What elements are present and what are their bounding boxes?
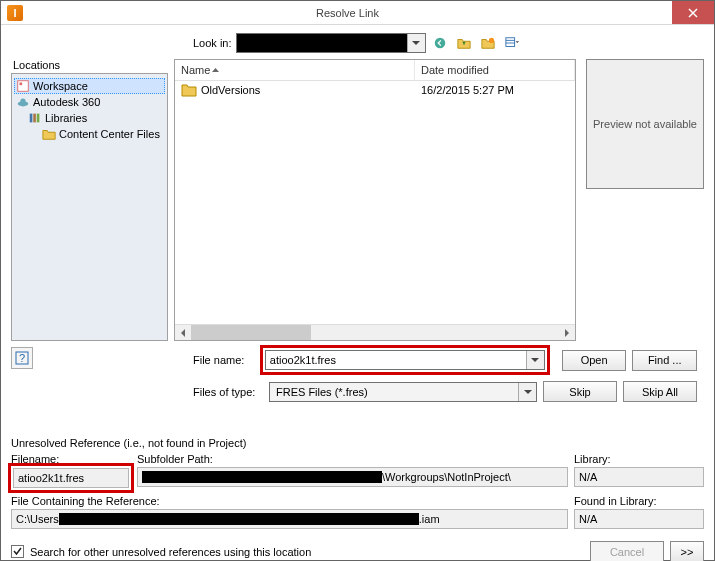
tree-item-contentcenter[interactable]: Content Center Files [14, 126, 165, 142]
svg-rect-9 [30, 114, 33, 123]
ref-subfolder-value: \Workgroups\NotInProject\ [137, 467, 568, 487]
lookin-label: Look in: [193, 37, 232, 49]
resolve-link-dialog: I Resolve Link Look in: [0, 0, 715, 561]
file-name: OldVersions [201, 84, 260, 96]
filename-input[interactable] [265, 350, 545, 370]
locations-sidebar: Locations Workspace Autodesk 360 Librari… [11, 59, 168, 341]
redacted-text [142, 471, 382, 483]
new-folder-icon [481, 36, 495, 50]
chevron-down-icon[interactable] [407, 34, 425, 52]
highlight-box: atioo2k1t.fres [8, 463, 134, 493]
search-checkbox-label[interactable]: Search for other unresolved references u… [30, 546, 311, 558]
svg-point-1 [488, 38, 493, 43]
folder-icon [42, 127, 56, 141]
help-icon: ? [15, 351, 29, 365]
libraries-icon [28, 111, 42, 125]
titlebar[interactable]: I Resolve Link [1, 1, 714, 25]
cancel-button: Cancel [590, 541, 664, 561]
svg-rect-2 [505, 38, 514, 47]
skipall-button[interactable]: Skip All [623, 381, 697, 402]
tree-item-label: Content Center Files [59, 128, 160, 140]
ref-foundin-label: Found in Library: [574, 495, 704, 507]
column-headers: Name Date modified [175, 60, 575, 81]
filetype-dropdown[interactable]: FRES Files (*.fres) [269, 382, 537, 402]
tree-item-libraries[interactable]: Libraries [14, 110, 165, 126]
svg-rect-5 [18, 81, 29, 92]
filename-field[interactable] [266, 354, 526, 366]
close-button[interactable] [672, 1, 714, 24]
tree-item-autodesk360[interactable]: Autodesk 360 [14, 94, 165, 110]
workspace-icon [16, 79, 30, 93]
help-button[interactable]: ? [11, 347, 33, 369]
file-date: 16/2/2015 5:27 PM [421, 84, 569, 96]
file-row[interactable]: OldVersions 16/2/2015 5:27 PM [175, 81, 575, 99]
locations-label: Locations [11, 59, 168, 71]
filetype-label: Files of type: [193, 386, 263, 398]
window-title: Resolve Link [23, 7, 672, 19]
find-button[interactable]: Find ... [632, 350, 697, 371]
ref-filename-value: atioo2k1t.fres [13, 468, 129, 488]
lookin-dropdown[interactable] [236, 33, 426, 53]
ref-containing-label: File Containing the Reference: [11, 495, 568, 507]
svg-rect-10 [33, 114, 36, 123]
sort-asc-icon [212, 68, 219, 72]
preview-pane: Preview not available [586, 59, 704, 189]
tree-item-label: Workspace [33, 80, 88, 92]
new-folder-button[interactable] [478, 33, 498, 53]
tree-item-workspace[interactable]: Workspace [14, 78, 165, 94]
ref-library-label: Library: [574, 453, 704, 465]
search-checkbox[interactable] [11, 545, 24, 558]
view-menu-button[interactable] [502, 33, 522, 53]
unresolved-section-label: Unresolved Reference (i.e., not found in… [11, 437, 704, 449]
close-icon [688, 8, 698, 18]
filename-label: File name: [193, 354, 254, 366]
locations-tree[interactable]: Workspace Autodesk 360 Libraries Content… [11, 73, 168, 341]
column-name[interactable]: Name [175, 60, 415, 80]
svg-rect-11 [37, 114, 40, 123]
cloud-icon [16, 95, 30, 109]
ref-subfolder-label: Subfolder Path: [137, 453, 568, 465]
chevron-down-icon[interactable] [526, 351, 544, 369]
ref-library-value: N/A [574, 467, 704, 487]
ref-containing-value: C:\Users .iam [11, 509, 568, 529]
svg-text:?: ? [19, 352, 25, 364]
app-icon: I [7, 5, 23, 21]
tree-item-label: Autodesk 360 [33, 96, 100, 108]
svg-rect-6 [20, 83, 23, 86]
folder-up-icon [457, 36, 471, 50]
scroll-right-button[interactable] [559, 325, 575, 340]
svg-point-8 [20, 99, 25, 104]
scroll-left-button[interactable] [175, 325, 191, 340]
next-button[interactable]: >> [670, 541, 704, 561]
back-button[interactable] [430, 33, 450, 53]
highlight-box [260, 345, 550, 375]
svg-point-0 [434, 38, 445, 49]
redacted-text [59, 513, 419, 525]
open-button[interactable]: Open [562, 350, 627, 371]
skip-button[interactable]: Skip [543, 381, 617, 402]
file-list[interactable]: Name Date modified OldVersions 16/2/2015… [174, 59, 576, 341]
ref-foundin-value: N/A [574, 509, 704, 529]
chevron-down-icon[interactable] [518, 383, 536, 401]
back-icon [433, 36, 447, 50]
lookin-value-redacted [237, 34, 407, 52]
hscrollbar[interactable] [175, 324, 575, 340]
column-date[interactable]: Date modified [415, 60, 575, 80]
folder-icon [181, 83, 197, 97]
checkmark-icon [13, 547, 22, 556]
up-button[interactable] [454, 33, 474, 53]
tree-item-label: Libraries [45, 112, 87, 124]
scroll-thumb[interactable] [191, 325, 311, 340]
view-menu-icon [505, 36, 519, 50]
